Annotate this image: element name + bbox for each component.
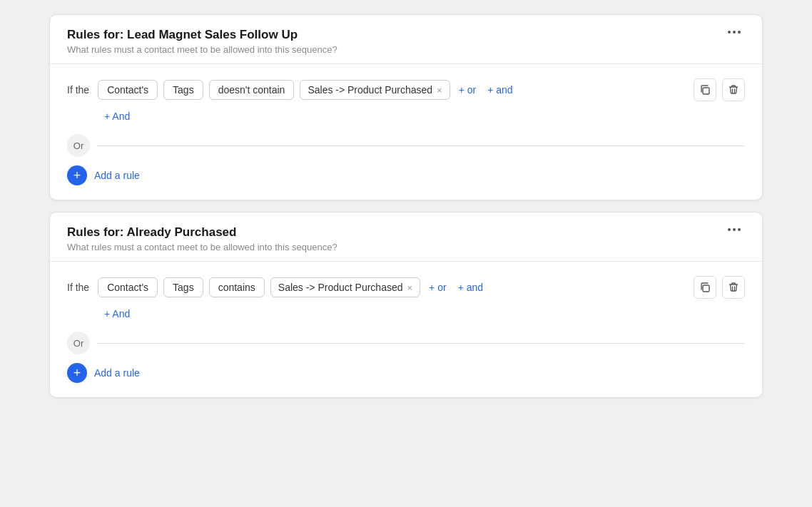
- plus-and-1[interactable]: + and: [484, 84, 515, 96]
- rules-card-2: Rules for: Already Purchased What rules …: [49, 212, 763, 398]
- card-1-menu-button[interactable]: [724, 28, 745, 36]
- card-2-title: Rules for: Already Purchased: [67, 225, 338, 240]
- plus-icon-1: +: [73, 168, 81, 183]
- or-line-2: [97, 343, 745, 344]
- product-purchased-pill-2[interactable]: Sales -> Product Purchased ×: [270, 277, 420, 297]
- or-line-1: [97, 145, 745, 146]
- dot-5: [733, 228, 736, 231]
- plus-icon-2: +: [73, 366, 81, 381]
- add-rule-label-1[interactable]: Add a rule: [94, 170, 140, 181]
- copy-icon-1: [699, 84, 711, 96]
- plus-and-2[interactable]: + and: [455, 282, 486, 293]
- svg-rect-0: [703, 88, 709, 94]
- card-2-header: Rules for: Already Purchased What rules …: [50, 212, 762, 261]
- and-link-2[interactable]: + And: [104, 308, 130, 319]
- svg-rect-1: [703, 285, 709, 292]
- card-1-body: If the Contact's Tags doesn't contain Sa…: [50, 64, 762, 200]
- add-rule-button-1[interactable]: +: [67, 165, 87, 185]
- card-2-menu-button[interactable]: [724, 225, 745, 234]
- card-2-subtitle: What rules must a contact meet to be all…: [67, 242, 338, 252]
- add-rule-row-2: + Add a rule: [67, 363, 745, 383]
- rules-card-1: Rules for: Lead Magnet Sales Follow Up W…: [49, 14, 763, 200]
- contacts-pill-1[interactable]: Contact's: [98, 80, 158, 100]
- add-rule-label-2[interactable]: Add a rule: [94, 367, 140, 379]
- trash-icon-1: [728, 84, 739, 96]
- product-purchased-remove-2[interactable]: ×: [407, 283, 413, 292]
- and-link-row-1: + And: [104, 110, 745, 123]
- card-2-body: If the Contact's Tags contains Sales -> …: [50, 262, 762, 397]
- or-badge-1: Or: [67, 134, 90, 157]
- dot-6: [738, 228, 741, 231]
- product-purchased-label-1: Sales -> Product Purchased: [308, 84, 432, 96]
- add-rule-button-2[interactable]: +: [67, 363, 87, 383]
- or-divider-1: Or: [67, 134, 745, 157]
- rule-1-row: If the Contact's Tags doesn't contain Sa…: [67, 78, 745, 101]
- card-1-subtitle: What rules must a contact meet to be all…: [67, 44, 338, 55]
- or-badge-2: Or: [67, 332, 90, 354]
- doesnt-contain-pill-1[interactable]: doesn't contain: [209, 80, 295, 100]
- dot-3: [738, 31, 741, 34]
- rule-1-actions: [694, 78, 745, 101]
- plus-or-2[interactable]: + or: [426, 282, 450, 293]
- if-the-label-2: If the: [67, 282, 89, 293]
- rule-2-actions: [694, 276, 745, 299]
- product-purchased-remove-1[interactable]: ×: [437, 86, 442, 95]
- contains-pill-2[interactable]: contains: [209, 277, 265, 297]
- product-purchased-pill-1[interactable]: Sales -> Product Purchased ×: [300, 80, 450, 100]
- if-the-label-1: If the: [67, 84, 89, 96]
- and-link-1[interactable]: + And: [104, 111, 130, 122]
- copy-rule-2-button[interactable]: [694, 276, 716, 299]
- delete-rule-2-button[interactable]: [722, 276, 745, 299]
- copy-icon-2: [699, 282, 711, 293]
- dot-2: [733, 31, 736, 34]
- trash-icon-2: [728, 282, 739, 293]
- plus-or-1[interactable]: + or: [456, 84, 479, 96]
- contacts-pill-2[interactable]: Contact's: [98, 277, 158, 297]
- add-rule-row-1: + Add a rule: [67, 165, 745, 185]
- dot-1: [728, 31, 731, 34]
- product-purchased-label-2: Sales -> Product Purchased: [278, 282, 403, 293]
- and-link-row-2: + And: [104, 307, 745, 320]
- or-divider-2: Or: [67, 332, 745, 354]
- tags-pill-1[interactable]: Tags: [163, 80, 203, 100]
- tags-pill-2[interactable]: Tags: [163, 277, 203, 297]
- card-1-header: Rules for: Lead Magnet Sales Follow Up W…: [50, 15, 762, 63]
- delete-rule-1-button[interactable]: [722, 78, 745, 101]
- copy-rule-1-button[interactable]: [694, 78, 716, 101]
- rule-2-row: If the Contact's Tags contains Sales -> …: [67, 276, 745, 299]
- card-1-title: Rules for: Lead Magnet Sales Follow Up: [67, 28, 338, 42]
- dot-4: [728, 228, 731, 231]
